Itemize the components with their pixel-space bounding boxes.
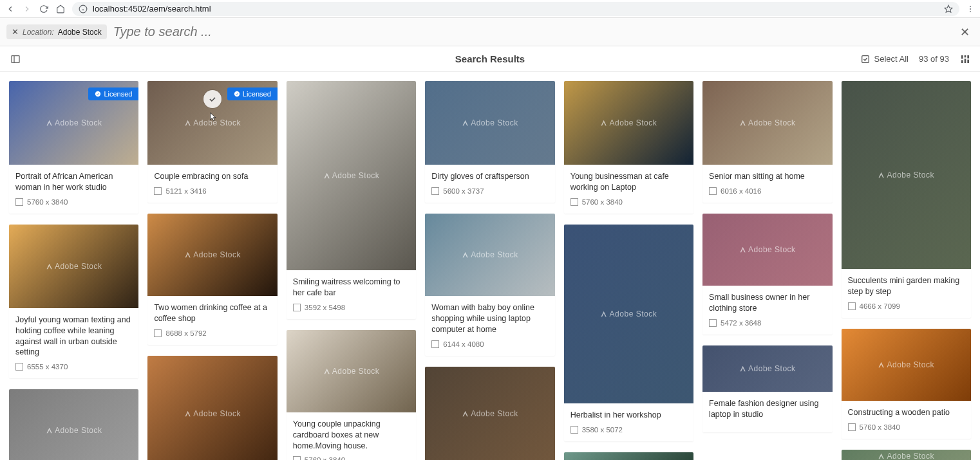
asset-thumbnail[interactable]: Adobe StockLicensed <box>9 81 138 165</box>
watermark: Adobe Stock <box>46 118 102 127</box>
asset-card[interactable]: Adobe StockSmall business owner in her c… <box>702 214 832 335</box>
asset-thumbnail[interactable]: Adobe Stock <box>287 330 416 412</box>
dimensions-icon <box>570 198 578 206</box>
asset-title: Constructing a wooden patio <box>848 407 965 418</box>
remove-chip-icon[interactable]: ✕ <box>12 27 19 37</box>
asset-thumbnail[interactable]: Adobe Stock <box>702 345 832 392</box>
dimensions-icon <box>848 423 856 431</box>
asset-thumbnail[interactable]: Adobe Stock <box>147 214 277 296</box>
asset-card[interactable]: Adobe StockSmiling waitress welcoming to… <box>287 81 416 319</box>
asset-thumbnail[interactable]: Adobe Stock <box>842 329 971 401</box>
search-bar: ✕ Location: Adobe Stock ✕ <box>0 18 980 46</box>
chip-prefix: Location: <box>23 28 54 37</box>
dimensions-icon <box>154 329 162 337</box>
asset-dimensions: 5121 x 3416 <box>154 187 270 195</box>
asset-meta: Senior man sitting at home6016 x 4016 <box>702 165 832 203</box>
asset-dimensions: 3580 x 5072 <box>570 426 687 434</box>
result-count: 93 of 93 <box>919 54 949 64</box>
dimensions-icon <box>709 187 717 195</box>
asset-thumbnail[interactable]: Adobe Stock <box>564 452 693 460</box>
asset-thumbnail[interactable]: Adobe Stock <box>702 81 832 165</box>
asset-card[interactable]: Adobe StockSucculents mini garden making… <box>842 81 971 318</box>
asset-title: Smiling waitress welcoming to her cafe b… <box>293 277 410 299</box>
select-all-button[interactable]: Select All <box>860 54 909 64</box>
asset-meta: Two women drinking coffee at a coffee sh… <box>147 296 277 345</box>
asset-thumbnail[interactable]: Adobe Stock <box>9 389 138 460</box>
asset-thumbnail[interactable]: Adobe Stock <box>564 225 693 403</box>
asset-thumbnail[interactable]: Adobe StockLicensed <box>147 81 277 165</box>
asset-card[interactable]: Adobe StockSenior man sitting at home601… <box>702 81 832 203</box>
asset-dimensions: 3592 x 5498 <box>293 304 410 311</box>
location-filter-chip[interactable]: ✕ Location: Adobe Stock <box>6 24 107 39</box>
watermark: Adobe Stock <box>739 245 796 254</box>
svg-rect-11 <box>965 55 966 57</box>
asset-title: Female fashion designer using laptop in … <box>709 398 825 420</box>
toggle-rail-icon[interactable] <box>9 53 22 66</box>
asset-card[interactable]: Adobe StockYoung couple unpacking cardbo… <box>287 330 416 460</box>
asset-card[interactable]: Adobe Stock <box>842 450 971 460</box>
forward-icon[interactable] <box>22 4 32 14</box>
asset-card[interactable]: Adobe StockFemale fashion designer using… <box>702 345 832 433</box>
asset-thumbnail[interactable]: Adobe Stock <box>425 367 554 461</box>
asset-thumbnail[interactable]: Adobe Stock <box>287 81 416 270</box>
back-icon[interactable] <box>5 4 15 14</box>
asset-card[interactable]: Adobe StockWoman with baby boy online sh… <box>425 214 554 356</box>
url-text: localhost:4502/aem/search.html <box>93 4 211 14</box>
asset-card[interactable]: Adobe StockConstructing a wooden patio57… <box>842 329 971 439</box>
asset-meta: Herbalist in her workshop3580 x 5072 <box>564 403 693 441</box>
asset-title: Woman with baby boy online shopping whil… <box>431 302 548 335</box>
asset-title: Portrait of African American woman in he… <box>15 171 132 193</box>
svg-rect-13 <box>961 60 963 63</box>
clear-search-icon[interactable]: ✕ <box>956 25 974 39</box>
asset-title: Young couple unpacking cardboard boxes a… <box>293 419 410 452</box>
asset-card[interactable]: Adobe StockHerbalist in her workshop3580… <box>564 225 693 441</box>
watermark: Adobe Stock <box>184 250 241 259</box>
licensed-badge: Licensed <box>88 87 138 100</box>
asset-thumbnail[interactable]: Adobe Stock <box>842 81 971 269</box>
asset-thumbnail[interactable]: Adobe Stock <box>9 225 138 308</box>
asset-dimensions: 8688 x 5792 <box>154 329 270 337</box>
asset-card[interactable]: Adobe StockJoyful young woman texting an… <box>9 225 138 379</box>
asset-title: Couple embracing on sofa <box>154 171 270 182</box>
reload-icon[interactable] <box>39 4 49 14</box>
asset-card[interactable]: Adobe Stock <box>147 356 277 460</box>
menu-icon[interactable] <box>966 5 975 14</box>
view-switch-icon[interactable] <box>959 53 971 65</box>
asset-dimensions: 5760 x 3840 <box>293 456 410 460</box>
asset-card[interactable]: Adobe StockYoung businessman at cafe wor… <box>564 81 693 214</box>
asset-thumbnail[interactable]: Adobe Stock <box>702 214 832 286</box>
watermark: Adobe Stock <box>462 409 518 418</box>
asset-thumbnail[interactable]: Adobe Stock <box>425 214 554 296</box>
results-header: Search Results Select All 93 of 93 <box>0 46 980 72</box>
asset-card[interactable]: Adobe StockDirty gloves of craftsperson5… <box>425 81 554 203</box>
info-icon <box>79 5 88 14</box>
asset-thumbnail[interactable]: Adobe Stock <box>425 81 554 165</box>
watermark: Adobe Stock <box>878 170 934 179</box>
svg-rect-14 <box>965 59 966 63</box>
results-grid: Adobe StockLicensedPortrait of African A… <box>0 72 980 460</box>
home-icon[interactable] <box>55 4 66 14</box>
asset-title: Herbalist in her workshop <box>570 410 687 421</box>
asset-card[interactable]: Adobe StockLicensedCouple embracing on s… <box>147 81 277 203</box>
asset-title: Joyful young woman texting and holding c… <box>15 315 132 358</box>
asset-thumbnail[interactable]: Adobe Stock <box>147 356 277 460</box>
asset-thumbnail[interactable]: Adobe Stock <box>842 450 971 460</box>
star-icon[interactable] <box>944 5 953 14</box>
licensed-badge: Licensed <box>227 87 278 100</box>
asset-card[interactable]: Adobe StockLicensedPortrait of African A… <box>9 81 138 214</box>
asset-title: Two women drinking coffee at a coffee sh… <box>154 302 270 324</box>
asset-card[interactable]: Adobe StockMale cobbler in traditional s… <box>425 367 554 461</box>
dimensions-icon <box>709 319 717 327</box>
watermark: Adobe Stock <box>184 409 241 418</box>
asset-dimensions: 5600 x 3737 <box>431 187 548 195</box>
asset-card[interactable]: Adobe Stock <box>564 452 693 460</box>
asset-dimensions: 4666 x 7099 <box>848 302 965 310</box>
address-bar[interactable]: localhost:4502/aem/search.html <box>72 2 959 16</box>
asset-meta: Young businessman at cafe working on Lap… <box>564 165 693 214</box>
asset-thumbnail[interactable]: Adobe Stock <box>564 81 693 165</box>
svg-rect-7 <box>12 55 19 62</box>
search-input[interactable] <box>113 18 956 46</box>
select-ring-icon[interactable] <box>203 90 221 108</box>
asset-card[interactable]: Adobe StockTwo women drinking coffee at … <box>147 214 277 345</box>
asset-card[interactable]: Adobe StockPortrait of daydreaming young <box>9 389 138 460</box>
